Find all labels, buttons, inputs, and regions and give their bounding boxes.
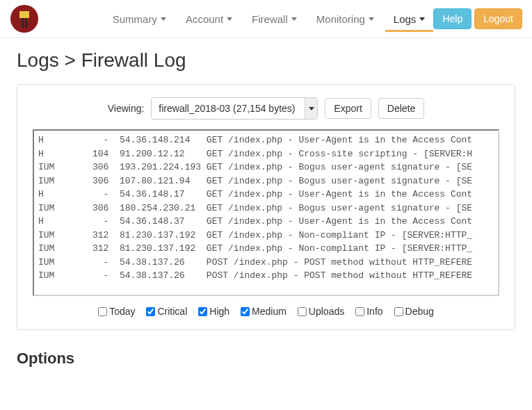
filter-checkbox-high[interactable] bbox=[198, 307, 207, 316]
nav-item-label: Firewall bbox=[252, 13, 288, 25]
filter-checkbox-debug[interactable] bbox=[394, 307, 403, 316]
nav-item-label: Account bbox=[186, 13, 223, 25]
filter-label: Medium bbox=[252, 306, 287, 317]
filter-info[interactable]: Info bbox=[355, 306, 382, 317]
chevron-down-icon bbox=[369, 17, 374, 21]
filter-critical[interactable]: Critical bbox=[146, 306, 187, 317]
chevron-down-icon bbox=[305, 98, 317, 119]
nav-item-summary[interactable]: Summary bbox=[104, 6, 175, 32]
filters-row: TodayCriticalHighMediumUploadsInfoDebug bbox=[33, 306, 499, 317]
log-textarea[interactable]: H - 54.36.148.214 GET /index.php - User-… bbox=[33, 129, 499, 296]
chevron-down-icon bbox=[291, 17, 297, 21]
chevron-down-icon bbox=[161, 17, 166, 21]
filter-checkbox-today[interactable] bbox=[98, 307, 107, 316]
svg-point-0 bbox=[10, 5, 38, 33]
svg-rect-2 bbox=[22, 18, 24, 28]
filter-debug[interactable]: Debug bbox=[394, 306, 434, 317]
filter-label: Debug bbox=[405, 306, 434, 317]
nav-item-account[interactable]: Account bbox=[177, 6, 241, 32]
nav-item-monitoring[interactable]: Monitoring bbox=[308, 6, 382, 32]
logout-button[interactable]: Logout bbox=[474, 8, 522, 29]
app-logo bbox=[10, 4, 39, 33]
delete-button[interactable]: Delete bbox=[378, 98, 424, 119]
options-heading: Options bbox=[0, 350, 532, 379]
viewing-label: Viewing: bbox=[108, 103, 145, 114]
export-button[interactable]: Export bbox=[325, 98, 371, 119]
filter-checkbox-info[interactable] bbox=[355, 307, 364, 316]
filter-label: Today bbox=[109, 306, 135, 317]
filter-label: High bbox=[209, 306, 229, 317]
nav-item-label: Logs bbox=[394, 13, 417, 25]
help-button[interactable]: Help bbox=[433, 8, 471, 29]
filter-label: Uploads bbox=[309, 306, 344, 317]
chevron-down-icon bbox=[227, 17, 232, 21]
nav-item-label: Monitoring bbox=[316, 13, 365, 25]
nav-menu: SummaryAccountFirewallMonitoringLogs bbox=[104, 6, 434, 32]
nav-item-firewall[interactable]: Firewall bbox=[243, 6, 305, 32]
controls-row: Viewing: firewall_2018-03 (27,154 bytes)… bbox=[33, 97, 499, 120]
svg-rect-1 bbox=[19, 11, 29, 18]
filter-uploads[interactable]: Uploads bbox=[298, 306, 344, 317]
filter-checkbox-critical[interactable] bbox=[146, 307, 155, 316]
nav-item-label: Summary bbox=[113, 13, 157, 25]
filter-high[interactable]: High bbox=[198, 306, 229, 317]
filter-label: Critical bbox=[157, 306, 187, 317]
filter-checkbox-uploads[interactable] bbox=[298, 307, 307, 316]
svg-rect-3 bbox=[25, 18, 27, 28]
file-select[interactable]: firewall_2018-03 (27,154 bytes) bbox=[151, 97, 318, 120]
file-select-wrap[interactable]: firewall_2018-03 (27,154 bytes) bbox=[151, 97, 318, 120]
filter-medium[interactable]: Medium bbox=[241, 306, 287, 317]
filter-today[interactable]: Today bbox=[98, 306, 135, 317]
chevron-down-icon bbox=[419, 17, 425, 21]
filter-checkbox-medium[interactable] bbox=[241, 307, 250, 316]
nav-item-logs[interactable]: Logs bbox=[385, 6, 434, 32]
filter-label: Info bbox=[366, 306, 382, 317]
log-panel: Viewing: firewall_2018-03 (27,154 bytes)… bbox=[17, 84, 515, 330]
navbar: SummaryAccountFirewallMonitoringLogs Hel… bbox=[0, 0, 532, 38]
page-title: Logs > Firewall Log bbox=[0, 38, 532, 84]
